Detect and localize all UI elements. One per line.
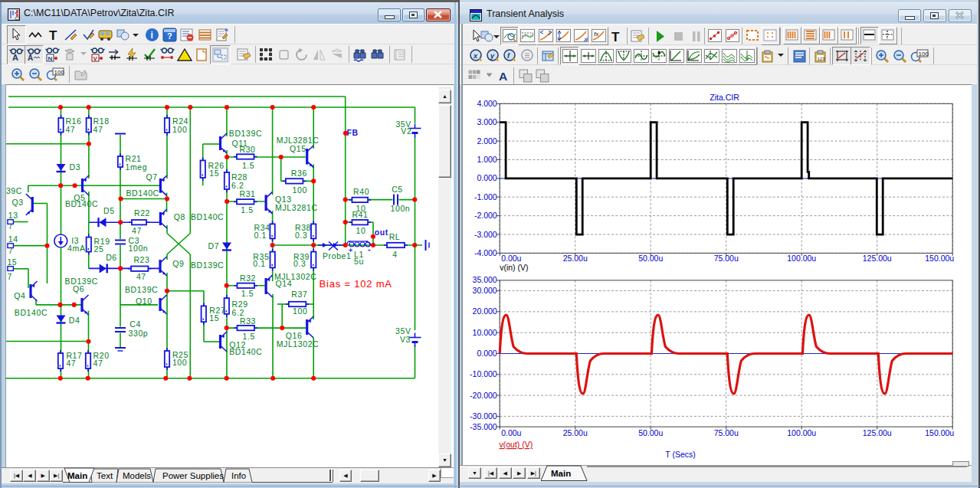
- svg-text:R33: R33: [240, 316, 256, 326]
- svg-text:R40: R40: [353, 187, 369, 196]
- svg-text:-4.000: -4.000: [474, 248, 497, 257]
- svg-text:-10.000: -10.000: [470, 369, 497, 378]
- svg-text:Models: Models: [123, 471, 151, 480]
- svg-text:BD140C: BD140C: [191, 212, 224, 221]
- svg-text:25.00u: 25.00u: [563, 428, 588, 437]
- svg-text:0.1: 0.1: [254, 231, 267, 240]
- svg-text:100: 100: [293, 185, 307, 195]
- svg-text:R23: R23: [133, 255, 149, 264]
- svg-text:47: 47: [93, 125, 103, 134]
- svg-text:150.00u: 150.00u: [925, 428, 954, 437]
- svg-text:Q9: Q9: [172, 259, 184, 268]
- svg-text:-30.000: -30.000: [470, 411, 497, 421]
- svg-text:330p: 330p: [129, 329, 149, 338]
- svg-text:6.2: 6.2: [231, 181, 244, 190]
- svg-text:-35.000: -35.000: [470, 422, 497, 431]
- svg-text:39C: 39C: [6, 186, 22, 195]
- svg-text:Q8: Q8: [174, 212, 185, 221]
- svg-text:50.00u: 50.00u: [638, 254, 663, 263]
- svg-text:Q16: Q16: [286, 331, 303, 340]
- svg-text:fx: fx: [594, 31, 599, 38]
- svg-text:14: 14: [8, 234, 18, 244]
- svg-text:-2.000: -2.000: [474, 211, 497, 220]
- svg-text:-: -: [368, 244, 371, 254]
- svg-text:Q15: Q15: [290, 144, 306, 153]
- svg-text:MJL1302C: MJL1302C: [277, 339, 320, 349]
- svg-text:75.00u: 75.00u: [714, 428, 739, 437]
- svg-text:47: 47: [93, 359, 103, 368]
- svg-text:25.00u: 25.00u: [563, 254, 588, 263]
- svg-text:15: 15: [7, 257, 17, 267]
- svg-text:C5: C5: [392, 185, 403, 194]
- svg-text:BD140C: BD140C: [229, 347, 262, 356]
- svg-text:123: 123: [818, 57, 826, 61]
- svg-text:x: x: [473, 52, 478, 60]
- svg-text:Main: Main: [67, 471, 87, 480]
- svg-text:0.000: 0.000: [477, 173, 497, 182]
- svg-text:-3.000: -3.000: [474, 230, 497, 239]
- svg-text:1.5: 1.5: [242, 161, 254, 170]
- svg-text:Main: Main: [551, 469, 571, 478]
- svg-text:47: 47: [136, 272, 146, 281]
- svg-text:25: 25: [94, 244, 104, 254]
- svg-text:Zita.CIR: Zita.CIR: [710, 93, 739, 102]
- svg-text:D6: D6: [106, 253, 117, 262]
- svg-text:D7: D7: [208, 241, 220, 251]
- svg-text:125.00u: 125.00u: [863, 254, 892, 263]
- svg-text:Q10: Q10: [136, 296, 152, 306]
- svg-text:1.000: 1.000: [477, 155, 497, 164]
- svg-text:100: 100: [293, 306, 307, 316]
- svg-text:v(in) (V): v(in) (V): [500, 263, 528, 272]
- svg-text:BD139C: BD139C: [125, 285, 158, 294]
- svg-text:BD139C: BD139C: [191, 260, 224, 270]
- svg-text:1.5: 1.5: [241, 205, 253, 215]
- svg-text:D4: D4: [69, 316, 80, 325]
- svg-text:100.00u: 100.00u: [787, 254, 816, 263]
- svg-text:50.00u: 50.00u: [638, 428, 663, 437]
- svg-text:10: 10: [356, 226, 366, 235]
- svg-text:R37: R37: [291, 290, 307, 299]
- svg-text:100: 100: [172, 358, 187, 367]
- svg-text:35.000: 35.000: [473, 275, 497, 284]
- svg-text:R36: R36: [291, 169, 307, 178]
- svg-text:Q6: Q6: [73, 284, 84, 293]
- svg-text:100: 100: [172, 125, 187, 134]
- svg-text:Q14: Q14: [276, 279, 293, 288]
- svg-text:BD139C: BD139C: [229, 129, 262, 138]
- svg-text:-20.000: -20.000: [470, 391, 497, 400]
- svg-text:RL: RL: [389, 232, 401, 241]
- svg-text:30.000: 30.000: [473, 286, 497, 295]
- svg-text:R41: R41: [352, 210, 368, 219]
- svg-text:R30: R30: [240, 145, 256, 154]
- svg-text:-1.000: -1.000: [474, 192, 497, 201]
- svg-text:Q7: Q7: [146, 172, 157, 182]
- svg-text:0.3: 0.3: [293, 259, 306, 268]
- svg-text:4: 4: [392, 250, 397, 259]
- svg-text:out: out: [375, 228, 388, 237]
- svg-text:4mA: 4mA: [67, 244, 85, 253]
- svg-text:7: 7: [7, 272, 11, 281]
- svg-text:75.00u: 75.00u: [714, 254, 739, 263]
- svg-text:100.00u: 100.00u: [787, 428, 816, 437]
- svg-text:0.000: 0.000: [477, 349, 497, 358]
- svg-text:47: 47: [66, 359, 76, 368]
- svg-text:100n: 100n: [129, 244, 149, 253]
- svg-text:R32: R32: [240, 273, 256, 283]
- svg-text:R31: R31: [240, 189, 256, 198]
- svg-text:y: y: [490, 52, 495, 60]
- svg-text:Power Supplies: Power Supplies: [162, 471, 224, 480]
- svg-text:Probe1: Probe1: [323, 251, 351, 260]
- svg-text:T (Secs): T (Secs): [665, 450, 695, 459]
- svg-text:v(out) (V): v(out) (V): [500, 440, 533, 449]
- svg-text:Q4: Q4: [14, 291, 25, 300]
- svg-text:100n: 100n: [391, 204, 411, 213]
- svg-text:47: 47: [65, 125, 75, 134]
- svg-text:Info: Info: [231, 471, 246, 480]
- svg-text:150.00u: 150.00u: [925, 254, 954, 263]
- svg-text:MJL3281C: MJL3281C: [275, 203, 318, 212]
- svg-text:D5: D5: [103, 206, 115, 215]
- svg-text:0.00u: 0.00u: [501, 428, 521, 437]
- svg-text:15: 15: [209, 313, 219, 323]
- svg-text:Text: Text: [97, 471, 113, 480]
- svg-text:20.000: 20.000: [473, 306, 497, 316]
